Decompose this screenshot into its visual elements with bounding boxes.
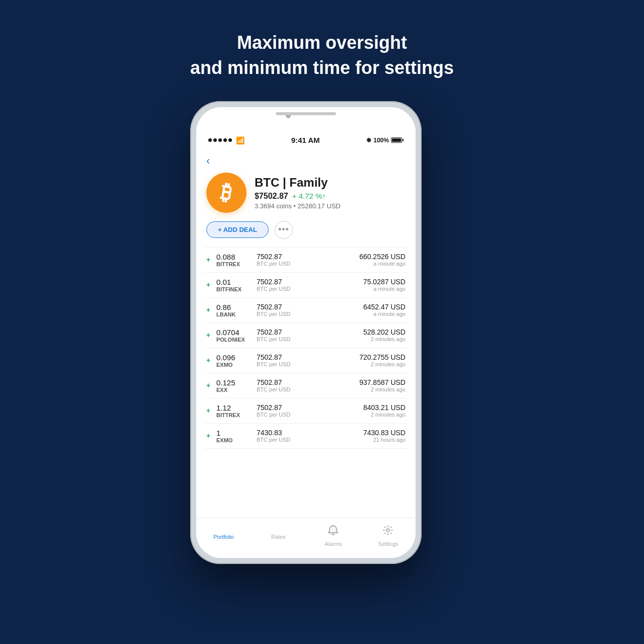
deal-exchange: BITFINEX	[216, 286, 257, 292]
deal-amount: 0.86	[216, 303, 257, 311]
battery-pct: 100%	[373, 137, 389, 144]
deal-rate-col: 7502.87 BTC per USD	[257, 253, 359, 267]
deal-exchange: EXX	[216, 387, 257, 393]
deal-total: 937.8587 USD	[359, 378, 406, 386]
deal-row[interactable]: + 1.12 BITTREX 7502.87 BTC per USD 8403.…	[204, 398, 408, 424]
coin-name: BTC | Family	[255, 176, 406, 190]
deal-exchange: BITTREX	[216, 261, 257, 267]
phone-screen: 📶 9:41 AM ✱ 100%	[196, 107, 416, 558]
nav-label-settings: Settings	[378, 541, 398, 547]
deal-sign: +	[206, 407, 216, 415]
deal-exchange: BITTREX	[216, 412, 257, 418]
deal-rate-col: 7430.83 BTC per USD	[257, 429, 363, 443]
deal-total: 8403.21 USD	[363, 404, 406, 412]
bluetooth-icon: ✱	[366, 137, 371, 144]
deal-rate-label: BTC per USD	[257, 336, 363, 342]
deal-exchange: EXMO	[216, 362, 257, 368]
deal-rate-col: 7502.87 BTC per USD	[257, 278, 363, 292]
status-bar: 📶 9:41 AM ✱ 100%	[196, 129, 416, 151]
deal-row[interactable]: + 0.0704 POLONIEX 7502.87 BTC per USD 52…	[204, 323, 408, 348]
phone-mockup: 📶 9:41 AM ✱ 100%	[190, 101, 422, 564]
deal-rate-col: 7502.87 BTC per USD	[257, 353, 359, 367]
deal-row[interactable]: + 0.01 BITFINEX 7502.87 BTC per USD 75.0…	[204, 273, 408, 298]
deal-amount-col: 1 EXMO	[216, 429, 257, 443]
deal-time: 2 minutes ago	[359, 361, 406, 367]
deal-amount: 0.088	[216, 253, 257, 261]
deal-sign: +	[206, 281, 216, 289]
coin-info: BTC | Family $7502.87 + 4.72 %↑ 3.3694 c…	[255, 176, 406, 210]
wifi-icon: 📶	[236, 136, 245, 144]
coin-logo: ₿	[206, 173, 247, 213]
deal-sign: +	[206, 381, 216, 389]
deal-rate-label: BTC per USD	[257, 311, 363, 317]
deal-sign: +	[206, 432, 216, 440]
deal-row[interactable]: + 0.86 LBANK 7502.87 BTC per USD 6452.47…	[204, 298, 408, 323]
page-background: Maximum oversight and minimum time for s…	[190, 0, 454, 564]
deal-total-col: 528.202 USD 2 minutes ago	[363, 328, 406, 342]
deal-row[interactable]: + 0.096 EXMO 7502.87 BTC per USD 720.275…	[204, 348, 408, 373]
deal-amount: 1	[216, 429, 257, 437]
deal-amount: 0.096	[216, 353, 257, 362]
deal-sign: +	[206, 306, 216, 314]
coin-header: ₿ BTC | Family $7502.87 + 4.72 %↑ 3.3694…	[196, 169, 416, 221]
nav-label-rates: Rates	[271, 534, 286, 540]
deal-rate-label: BTC per USD	[257, 261, 359, 267]
deal-total-col: 6452.47 USD a minute ago	[363, 303, 406, 317]
deal-amount-col: 0.86 LBANK	[216, 303, 257, 317]
deal-rate: 7502.87	[257, 253, 359, 261]
deal-time: 21 hours ago	[363, 437, 406, 443]
phone-notch	[276, 112, 336, 115]
deal-row[interactable]: + 0.088 BITTREX 7502.87 BTC per USD 660.…	[204, 248, 408, 273]
more-options-button[interactable]: •••	[275, 221, 293, 239]
signal-dots	[208, 138, 232, 142]
deal-sign: +	[206, 256, 216, 264]
nav-item-portfolio[interactable]: Portfolio	[206, 532, 241, 540]
deal-rate-label: BTC per USD	[257, 286, 363, 292]
deal-amount: 1.12	[216, 404, 257, 412]
deal-sign: +	[206, 331, 216, 339]
deal-total-col: 937.8587 USD 2 minutes ago	[359, 378, 406, 392]
deal-rate: 7502.87	[257, 278, 363, 286]
coin-price: $7502.87	[255, 192, 288, 201]
deal-rate-label: BTC per USD	[257, 386, 359, 392]
deal-rate: 7502.87	[257, 353, 359, 361]
coin-change: + 4.72 %↑	[292, 192, 326, 200]
nav-item-settings[interactable]: Settings	[370, 525, 406, 547]
deal-exchange: EXMO	[216, 437, 257, 443]
deal-amount-col: 1.12 BITTREX	[216, 404, 257, 418]
deal-amount-col: 0.088 BITTREX	[216, 253, 257, 267]
nav-item-alarms[interactable]: Alarms	[315, 525, 351, 547]
deal-exchange: LBANK	[216, 311, 257, 317]
deal-row[interactable]: + 1 EXMO 7430.83 BTC per USD 7430.83 USD…	[204, 424, 408, 449]
back-button[interactable]: ‹	[206, 154, 210, 167]
deal-amount: 0.125	[216, 378, 257, 387]
deal-rate-label: BTC per USD	[257, 361, 359, 367]
deal-total: 75.0287 USD	[363, 278, 406, 286]
btc-symbol: ₿	[219, 181, 233, 204]
deal-time: a minute ago	[363, 311, 406, 317]
deal-amount-col: 0.096 EXMO	[216, 353, 257, 368]
signal-area: 📶	[208, 136, 245, 144]
deal-exchange: POLONIEX	[216, 337, 257, 343]
deal-row[interactable]: + 0.125 EXX 7502.87 BTC per USD 937.8587…	[204, 373, 408, 398]
deal-total-col: 8403.21 USD 2 minutes ago	[363, 404, 406, 418]
deal-total-col: 75.0287 USD a minute ago	[363, 278, 406, 292]
deal-amount-col: 0.01 BITFINEX	[216, 278, 257, 292]
deal-rate-col: 7502.87 BTC per USD	[257, 303, 363, 317]
actions-row: + ADD DEAL •••	[196, 221, 416, 247]
status-time: 9:41 AM	[291, 136, 320, 144]
deal-amount: 0.01	[216, 278, 257, 286]
deal-total: 720.2755 USD	[359, 353, 406, 361]
deal-total: 660.2526 USD	[359, 253, 406, 261]
deal-amount-col: 0.125 EXX	[216, 378, 257, 393]
add-deal-button[interactable]: + ADD DEAL	[206, 221, 269, 238]
battery-icon	[391, 137, 404, 143]
nav-item-rates[interactable]: Rates	[261, 532, 296, 540]
battery-area: ✱ 100%	[366, 137, 404, 144]
coin-price-row: $7502.87 + 4.72 %↑	[255, 192, 406, 201]
deals-list: + 0.088 BITTREX 7502.87 BTC per USD 660.…	[196, 248, 416, 518]
deal-time: 2 minutes ago	[359, 386, 406, 392]
coin-holdings: 3.3694 coins • 25280.17 USD	[255, 202, 406, 210]
deal-rate: 7430.83	[257, 429, 363, 437]
deal-time: a minute ago	[359, 261, 406, 267]
